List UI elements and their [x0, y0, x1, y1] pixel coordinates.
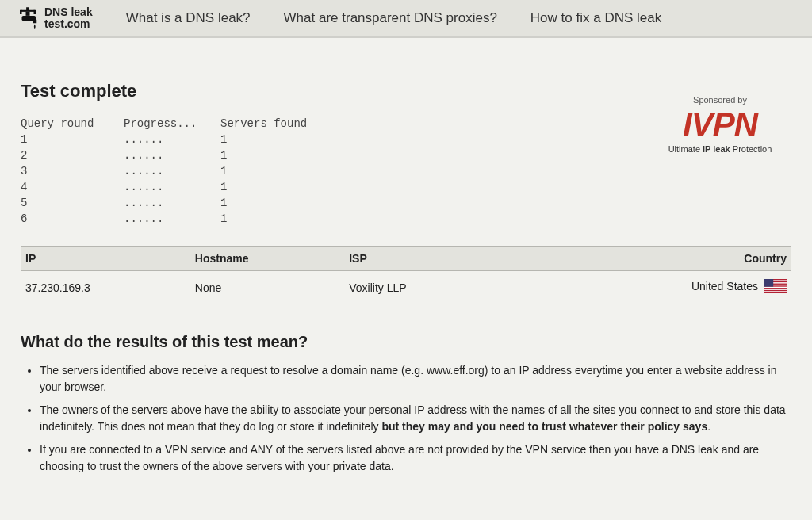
query-cell-progress: ...... — [124, 179, 220, 195]
query-cell-progress: ...... — [124, 163, 220, 179]
svg-rect-1 — [21, 10, 35, 12]
list-item: The owners of the servers above have the… — [40, 402, 791, 435]
results-header-country: Country — [607, 247, 791, 271]
query-row: 6......1 — [21, 211, 331, 227]
nav-how-to-fix[interactable]: How to fix a DNS leak — [530, 10, 661, 26]
svg-rect-13 — [764, 291, 787, 292]
query-header-progress: Progress... — [124, 116, 220, 132]
flag-icon — [764, 279, 787, 296]
logo-text: DNS leak test.com — [44, 6, 93, 29]
results-table: IP Hostname ISP Country 37.230.169.3None… — [21, 246, 791, 304]
svg-rect-3 — [34, 10, 36, 14]
svg-rect-2 — [20, 10, 22, 14]
svg-rect-6 — [33, 20, 36, 23]
query-row: 5......1 — [21, 195, 331, 211]
query-cell-servers: 1 — [220, 179, 331, 195]
query-cell-progress: ...... — [124, 211, 220, 227]
query-row: 4......1 — [21, 179, 331, 195]
query-row: 2......1 — [21, 147, 331, 163]
results-header-isp: ISP — [344, 247, 606, 271]
ivpn-logo: IVPN — [649, 108, 791, 141]
site-logo[interactable]: DNS leak test.com — [16, 6, 93, 30]
svg-rect-4 — [26, 12, 30, 16]
query-header-servers: Servers found — [220, 116, 331, 132]
results-meaning-heading: What do the results of this test mean? — [21, 333, 791, 351]
sponsored-by-label: Sponsored by — [649, 95, 791, 105]
page-content: Sponsored by IVPN Ultimate IP leak Prote… — [10, 38, 802, 505]
query-cell-round: 1 — [21, 132, 124, 147]
faucet-icon — [16, 6, 40, 30]
query-header-round: Query round — [21, 116, 124, 132]
nav-what-is-dns-leak[interactable]: What is a DNS leak? — [126, 10, 251, 26]
query-cell-servers: 1 — [220, 163, 331, 179]
sponsor-tagline: Ultimate IP leak Protection — [649, 144, 791, 154]
list-item: If you are connected to a VPN service an… — [40, 442, 791, 475]
list-item: The servers identified above receive a r… — [40, 362, 791, 396]
query-cell-progress: ...... — [124, 147, 220, 163]
query-row: 3......1 — [21, 163, 331, 179]
query-cell-round: 5 — [21, 195, 124, 211]
query-cell-round: 2 — [21, 147, 124, 163]
query-cell-progress: ...... — [124, 195, 220, 211]
query-cell-round: 4 — [21, 179, 124, 195]
cell-ip: 37.230.169.3 — [21, 271, 190, 304]
query-cell-servers: 1 — [220, 147, 331, 163]
cell-isp: Voxility LLP — [344, 271, 606, 304]
results-header-ip: IP — [21, 247, 190, 271]
results-explanation-list: The servers identified above receive a r… — [21, 362, 791, 475]
query-cell-round: 3 — [21, 163, 124, 179]
query-row: 1......1 — [21, 132, 331, 147]
country-name: United States — [691, 280, 758, 292]
svg-rect-12 — [764, 289, 787, 289]
svg-rect-14 — [764, 279, 773, 287]
cell-hostname: None — [190, 271, 344, 304]
query-cell-servers: 1 — [220, 211, 331, 227]
query-cell-progress: ...... — [124, 132, 220, 147]
query-cell-round: 6 — [21, 211, 124, 227]
cell-country: United States — [607, 271, 791, 304]
table-row: 37.230.169.3NoneVoxility LLPUnited State… — [21, 271, 791, 304]
query-cell-servers: 1 — [220, 195, 331, 211]
query-cell-servers: 1 — [220, 132, 331, 147]
svg-rect-11 — [764, 287, 787, 288]
results-header-hostname: Hostname — [190, 247, 344, 271]
top-nav-bar: DNS leak test.com What is a DNS leak? Wh… — [0, 0, 812, 38]
sponsor-box[interactable]: Sponsored by IVPN Ultimate IP leak Prote… — [649, 95, 791, 154]
nav-transparent-dns-proxies[interactable]: What are transparent DNS proxies? — [284, 10, 497, 26]
